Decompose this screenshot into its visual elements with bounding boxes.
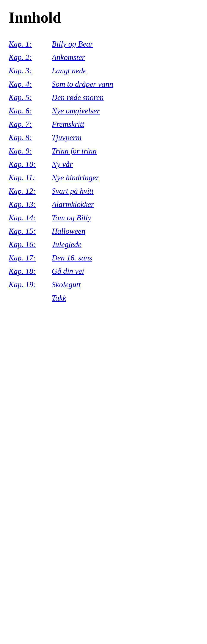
chapter-label-kap1[interactable]: Kap. 1: [8, 40, 32, 48]
chapter-title-kap11[interactable]: Nye hindringer [52, 173, 99, 182]
toc-row: Kap. 6:Nye omgivelser [8, 104, 198, 118]
toc-row: Kap. 5:Den røde snoren [8, 91, 198, 104]
chapter-title-kap17[interactable]: Den 16. sans [52, 254, 92, 262]
chapter-label-kap14[interactable]: Kap. 14: [8, 214, 36, 222]
chapter-title-kap9[interactable]: Trinn for trinn [52, 146, 96, 155]
toc-row: Kap. 1:Billy og Bear [8, 37, 198, 51]
chapter-label-kap16[interactable]: Kap. 16: [8, 240, 36, 249]
chapter-label-kap19[interactable]: Kap. 19: [8, 280, 36, 289]
chapter-title-kap1[interactable]: Billy og Bear [52, 40, 93, 48]
toc-row: Kap. 17:Den 16. sans [8, 251, 198, 264]
toc-row: Kap. 12:Svart på hvitt [8, 184, 198, 198]
chapter-label-kap6[interactable]: Kap. 6: [8, 106, 32, 115]
toc-row: Kap. 7:Fremskritt [8, 118, 198, 131]
toc-row: Kap. 4:Som to dråper vann [8, 78, 198, 91]
page-title: Innhold [8, 8, 198, 26]
chapter-label-kap13[interactable]: Kap. 13: [8, 200, 36, 209]
chapter-title-kap16[interactable]: Juleglede [52, 240, 82, 249]
toc-row: Kap. 9:Trinn for trinn [8, 144, 198, 158]
toc-row: Kap. 19:Skolegutt [8, 278, 198, 291]
toc-row: Kap. 2:Ankomster [8, 51, 198, 64]
chapter-label-kap3[interactable]: Kap. 3: [8, 66, 32, 75]
toc-row: Kap. 10:Ny vår [8, 158, 198, 171]
toc-row: Kap. 8:Tjuvperm [8, 131, 198, 144]
chapter-title-kap15[interactable]: Halloween [52, 227, 86, 236]
chapter-label-kap8[interactable]: Kap. 8: [8, 133, 32, 142]
chapter-label-kap12[interactable]: Kap. 12: [8, 187, 36, 195]
chapter-label-kap17[interactable]: Kap. 17: [8, 254, 36, 262]
toc-row: Kap. 13:Alarmklokker [8, 198, 198, 211]
chapter-label-kap11[interactable]: Kap. 11: [8, 173, 35, 182]
toc-row: Kap. 3:Langt nede [8, 64, 198, 78]
chapter-label-kap10[interactable]: Kap. 10: [8, 160, 36, 168]
chapter-title-kap13[interactable]: Alarmklokker [52, 200, 94, 209]
toc-row: Kap. 18:Gå din vei [8, 264, 198, 278]
chapter-label-kap4[interactable]: Kap. 4: [8, 80, 32, 88]
chapter-title-kap19[interactable]: Skolegutt [52, 280, 81, 289]
toc-row: Kap. 11:Nye hindringer [8, 171, 198, 184]
chapter-title-kap4[interactable]: Som to dråper vann [52, 80, 113, 88]
toc-row: Kap. 14:Tom og Billy [8, 211, 198, 224]
chapter-title-kap7[interactable]: Fremskritt [52, 120, 84, 128]
thanks-row: Takk [8, 291, 198, 305]
chapter-title-kap6[interactable]: Nye omgivelser [52, 106, 100, 115]
chapter-label-kap2[interactable]: Kap. 2: [8, 53, 32, 62]
chapter-title-kap2[interactable]: Ankomster [52, 53, 85, 62]
chapter-title-kap10[interactable]: Ny vår [52, 160, 73, 168]
chapter-title-kap12[interactable]: Svart på hvitt [52, 187, 94, 195]
chapter-label-kap5[interactable]: Kap. 5: [8, 93, 32, 102]
chapter-label-kap9[interactable]: Kap. 9: [8, 146, 32, 155]
chapter-label-kap15[interactable]: Kap. 15: [8, 227, 36, 236]
chapter-title-kap5[interactable]: Den røde snoren [52, 93, 104, 102]
toc-table: Kap. 1:Billy og BearKap. 2:AnkomsterKap.… [8, 37, 198, 305]
chapter-title-kap8[interactable]: Tjuvperm [52, 133, 82, 142]
chapter-title-kap14[interactable]: Tom og Billy [52, 214, 91, 222]
toc-row: Kap. 16:Juleglede [8, 238, 198, 251]
chapter-label-kap18[interactable]: Kap. 18: [8, 267, 36, 276]
chapter-label-kap7[interactable]: Kap. 7: [8, 120, 32, 128]
chapter-title-kap3[interactable]: Langt nede [52, 66, 86, 75]
thanks-link[interactable]: Takk [52, 294, 66, 302]
toc-row: Kap. 15:Halloween [8, 224, 198, 238]
chapter-title-kap18[interactable]: Gå din vei [52, 267, 84, 276]
